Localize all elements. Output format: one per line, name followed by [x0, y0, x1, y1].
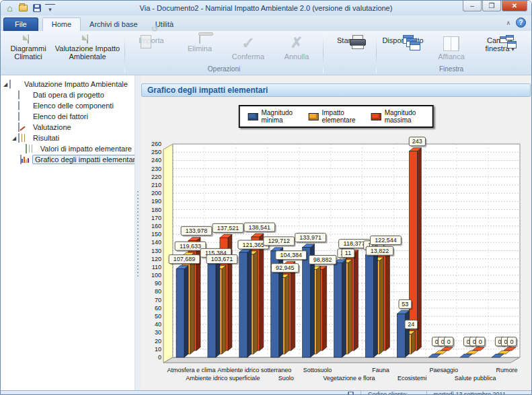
legend-swatch — [248, 113, 258, 120]
tree-item-elenco-dei-fattori[interactable]: Elenco dei fattori — [1, 111, 135, 122]
data-label: 0 — [510, 338, 514, 345]
panel-header: Grafico degli impatti elementari — [141, 83, 531, 97]
ribbon-group-operazioni: ↺ImportaElimina✓Conferma✗AnnullaOperazio… — [125, 32, 323, 74]
open-folder-icon[interactable] — [18, 3, 28, 13]
legend-label: Magnitudo minima — [261, 109, 297, 124]
svg-text:0: 0 — [158, 354, 161, 361]
elimina-button: Elimina — [176, 33, 224, 53]
data-label: 137,521 — [217, 225, 239, 231]
bar — [208, 262, 216, 357]
grid-icon — [26, 145, 35, 153]
tree-item-label: Risultati — [30, 133, 62, 143]
affianca-button: Affianca — [427, 33, 476, 61]
data-label: 118,377 — [344, 240, 365, 247]
tree-item-valutazione-impatto-ambientale[interactable]: ◢Valutazione Impatto Ambientale — [1, 79, 135, 89]
home-icon[interactable]: ⌂ — [5, 3, 15, 13]
svg-text:210: 210 — [151, 182, 161, 188]
chart-legend: Magnitudo minimaImpatto elementareMagnit… — [238, 105, 434, 128]
tree-item-label: Grafico degli impatti elementari — [32, 155, 135, 164]
doc-icon — [18, 91, 28, 100]
x-axis-label: Fauna — [372, 367, 389, 373]
chart-icon — [20, 155, 30, 164]
data-label: 24 — [408, 321, 414, 328]
tab-home[interactable]: Home — [42, 17, 81, 31]
x-axis-label: Ecosistemi — [397, 375, 427, 382]
x-axis-label: Salute pubblica — [455, 375, 496, 382]
svg-text:70: 70 — [155, 297, 161, 303]
svg-text:10: 10 — [155, 346, 161, 353]
ribbon-group-finestra: Disponi tuttoAffiancaCambiafinestra ▾Fin… — [377, 32, 526, 74]
x-axis-label: Suolo — [278, 375, 294, 382]
svg-text:230: 230 — [151, 166, 161, 172]
legend-label: Magnitudo massima — [385, 109, 424, 124]
data-label: 121,365 — [243, 242, 265, 248]
data-label: 0 — [447, 338, 451, 345]
data-label: 0 — [435, 338, 439, 345]
tree-item-grafico-degli-impatti-elementari[interactable]: Grafico degli impatti elementari — [1, 154, 135, 165]
status-date: martedì 13 settembre 2011 — [434, 391, 506, 395]
data-label: 122,544 — [375, 237, 397, 244]
tree-item-label: Elenco dei fattori — [30, 112, 91, 121]
window-title: Via - Documento2 - Namirial Impatto Ambi… — [1, 4, 531, 12]
svg-text:150: 150 — [151, 231, 161, 238]
svg-text:110: 110 — [152, 264, 161, 271]
legend-item: Magnitudo massima — [371, 109, 424, 124]
x-axis-label: Sottosuolo — [303, 367, 332, 373]
group-label: Operazioni — [127, 65, 321, 74]
collapse-ribbon-icon[interactable]: ∧ — [506, 20, 510, 26]
trash-icon — [199, 35, 200, 43]
status-bar: Codice cliente: ...... martedì 13 settem… — [1, 390, 531, 395]
data-label: 0 — [467, 338, 470, 345]
valutazione-impatto-ambientale-button[interactable]: Valutazione Impatto Ambientale — [52, 33, 122, 61]
quick-access-toolbar: ⌂ ▾ — [1, 3, 55, 14]
status-client-code: Codice cliente: ...... — [368, 391, 420, 395]
expander-expanded-icon[interactable]: ◢ — [2, 81, 9, 87]
conferma-button: ✓Conferma — [224, 33, 272, 61]
x-axis-label: Vegetazione e flora — [323, 375, 375, 382]
help-icon[interactable]: ? — [516, 17, 526, 28]
data-label: 104,384 — [280, 252, 302, 258]
minimize-button[interactable]: – — [463, 1, 482, 11]
svg-text:30: 30 — [155, 329, 161, 336]
data-label: 53 — [402, 301, 408, 308]
stampa-button[interactable]: Stampa — [326, 33, 374, 45]
splitter[interactable] — [135, 75, 141, 390]
data-label: 11 — [345, 250, 351, 256]
bar — [239, 252, 248, 357]
doc-icon — [18, 112, 28, 121]
x-axis-label: Ambiente idrico sotterraneo — [217, 367, 291, 373]
doc-icon — [18, 102, 28, 110]
save-icon[interactable] — [32, 3, 42, 13]
tile-icon — [443, 35, 459, 51]
chart: 0102030405060708090100110120130140150160… — [149, 125, 525, 390]
tree-item-dati-opera-di-progetto[interactable]: Dati opera di progetto — [1, 89, 135, 100]
cambia-finestra-button[interactable]: Cambiafinestra ▾ — [476, 33, 524, 55]
maximize-button[interactable]: ❐ — [482, 1, 501, 11]
disponi-tutto-button[interactable]: Disponi tutto — [379, 33, 427, 45]
svg-text:100: 100 — [151, 272, 161, 279]
expander-expanded-icon[interactable]: ◢ — [11, 135, 17, 141]
diagrammi-climatici-button[interactable]: Diagrammi Climatici — [4, 33, 52, 61]
group-label — [326, 65, 374, 74]
annulla-button: ✗Annulla — [272, 33, 321, 61]
chart-svg: 0102030405060708090100110120130140150160… — [149, 125, 525, 390]
tree-item-risultati[interactable]: ◢Risultati — [1, 133, 135, 143]
ribbon-tab-row: FileHomeArchivi di baseUtilità ∧ ? — [1, 15, 531, 31]
bar — [397, 314, 405, 357]
data-label: 119,633 — [180, 243, 201, 250]
ribbon-group: Stampa — [324, 32, 376, 74]
tree-item-elenco-delle-componenti[interactable]: Elenco delle componenti — [1, 100, 135, 111]
close-button[interactable]: ✕ — [502, 1, 527, 11]
tree-item-valori-di-impatto-elementare[interactable]: Valori di impatto elementare — [1, 143, 135, 154]
qat-customize-icon[interactable]: ▾ — [45, 4, 55, 14]
tab-archivi-di-base[interactable]: Archivi di base — [81, 18, 147, 31]
check-icon: ✓ — [241, 35, 255, 51]
bar — [176, 269, 184, 357]
table-icon — [18, 134, 28, 143]
tree-item-label: Valutazione — [30, 122, 74, 132]
bar — [365, 255, 373, 357]
tree-item-label: Dati opera di progetto — [30, 90, 107, 100]
tree-item-valutazione[interactable]: Valutazione — [1, 122, 135, 133]
data-label: 0 — [441, 338, 445, 345]
tab-file[interactable]: File — [3, 17, 38, 31]
